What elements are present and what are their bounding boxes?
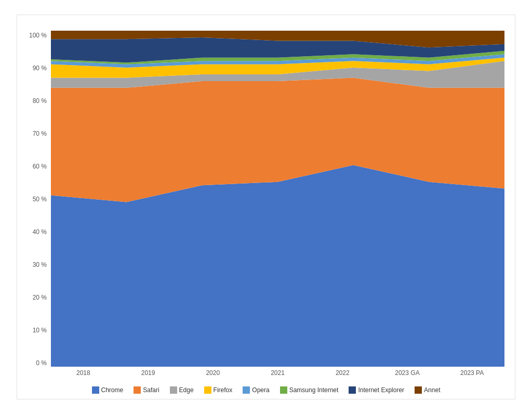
y-axis-label: 90 % — [33, 64, 47, 72]
x-axis-label: 2023 GA — [375, 369, 440, 377]
legend-item: Edge — [170, 386, 194, 394]
y-axis-label: 20 % — [33, 294, 47, 301]
x-axis-label: 2023 PA — [440, 369, 504, 377]
x-axis-label: 2022 — [310, 369, 375, 377]
legend-label: Edge — [179, 386, 194, 394]
y-axis-label: 60 % — [33, 163, 47, 170]
legend-item: Chrome — [92, 386, 124, 394]
x-axis: 201820192020202120222023 GA2023 PA — [51, 367, 504, 382]
legend-label: Firefox — [214, 386, 233, 394]
legend-item: Opera — [243, 386, 269, 394]
y-axis-label: 10 % — [33, 327, 47, 334]
x-axis-label: 2020 — [180, 369, 245, 377]
y-axis: 0 %10 %20 %30 %40 %50 %60 %70 %80 %90 %1… — [28, 31, 51, 382]
legend-color-box — [280, 386, 287, 394]
legend-label: Chrome — [101, 386, 124, 394]
x-axis-label: 2018 — [51, 369, 116, 377]
legend-item: Safari — [134, 386, 159, 394]
legend-label: Samsung Internet — [289, 386, 339, 394]
legend-label: Annet — [424, 386, 440, 394]
legend-color-box — [92, 386, 99, 394]
legend: ChromeSafariEdgeFirefoxOperaSamsung Inte… — [92, 386, 441, 394]
y-axis-label: 40 % — [33, 228, 47, 236]
chart-area: 0 %10 %20 %30 %40 %50 %60 %70 %80 %90 %1… — [28, 31, 504, 382]
legend-item: Annet — [415, 386, 440, 394]
legend-color-box — [204, 386, 211, 394]
legend-color-box — [134, 386, 141, 394]
chart-container: 0 %10 %20 %30 %40 %50 %60 %70 %80 %90 %1… — [17, 15, 515, 399]
legend-color-box — [415, 386, 422, 394]
y-axis-label: 30 % — [33, 261, 47, 268]
legend-label: Opera — [252, 386, 269, 394]
y-axis-label: 50 % — [33, 196, 47, 203]
y-axis-label: 70 % — [33, 130, 47, 137]
x-axis-label: 2021 — [245, 369, 310, 377]
legend-color-box — [243, 386, 250, 394]
legend-label: Internet Explorer — [358, 386, 404, 394]
y-axis-label: 80 % — [33, 97, 47, 105]
legend-item: Samsung Internet — [280, 386, 339, 394]
legend-color-box — [170, 386, 177, 394]
legend-item: Firefox — [204, 386, 233, 394]
x-axis-label: 2019 — [116, 369, 181, 377]
legend-color-box — [349, 386, 356, 394]
svg-area — [51, 31, 504, 367]
chart-body: 201820192020202120222023 GA2023 PA — [51, 31, 504, 382]
y-axis-label: 100 % — [29, 32, 47, 39]
y-axis-label: 0 % — [36, 359, 47, 367]
legend-item: Internet Explorer — [349, 386, 404, 394]
legend-label: Safari — [143, 386, 159, 394]
